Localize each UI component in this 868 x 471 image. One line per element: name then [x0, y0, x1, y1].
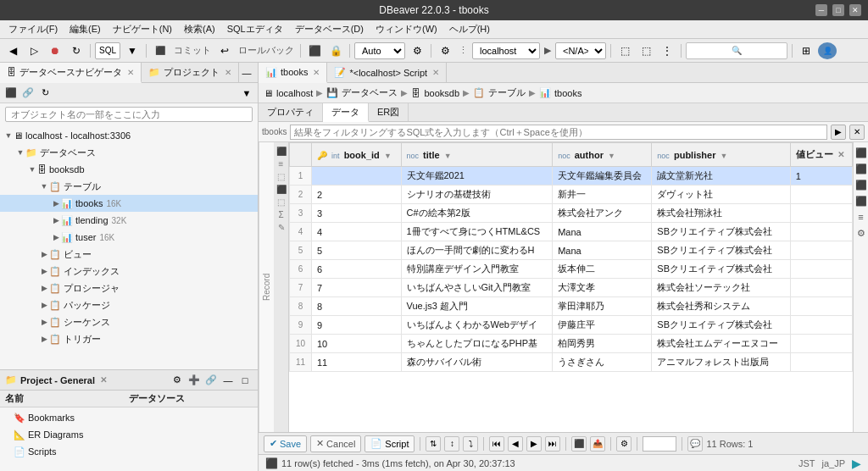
cell-author-5[interactable]: 坂本伸二 [553, 260, 652, 279]
col-publisher-filter[interactable]: ▼ [721, 152, 728, 160]
tool4-btn[interactable]: ⬚ [637, 42, 655, 59]
side-icon-4[interactable]: ⬛ [854, 194, 868, 208]
project-item-0[interactable]: 🔖Bookmarks [0, 409, 258, 426]
cell-publisher-6[interactable]: 株式会社ソーテック社 [652, 279, 790, 297]
tree-item-3[interactable]: ▼📋テーブル [0, 178, 258, 195]
localhost-dropdown[interactable]: localhost [472, 42, 540, 59]
tool1-button[interactable]: ⬛ [305, 42, 324, 59]
menu-search[interactable]: 検索(A) [179, 21, 220, 37]
cell-publisher-1[interactable]: ダヴィット社 [652, 186, 790, 204]
tab-script[interactable]: 📝 *<localhost> Script ✕ [327, 63, 447, 82]
limit-input[interactable]: 200 [643, 436, 676, 452]
menu-navigate[interactable]: ナビゲート(N) [108, 21, 177, 37]
cell-title-7[interactable]: Vue.js3 超入門 [401, 297, 553, 316]
sub-tab-properties[interactable]: プロパティ [259, 103, 323, 121]
cell-author-3[interactable]: Mana [553, 223, 652, 241]
cell-author-7[interactable]: 掌田津耶乃 [553, 297, 652, 316]
home-button[interactable]: ⏺ [46, 42, 64, 59]
refresh-nav-btn[interactable]: ↻ [37, 86, 53, 101]
tool5-btn[interactable]: ⋮ [658, 42, 676, 59]
cell-title-0[interactable]: 天文年鑑2021 [401, 167, 553, 186]
tab-tbooks[interactable]: 📊 tbooks ✕ [259, 63, 327, 83]
cell-title-1[interactable]: シナリオの基礎技術 [401, 186, 553, 204]
export-btn1[interactable]: ⬛ [571, 436, 587, 452]
collapse-all-btn[interactable]: ⬛ [3, 86, 19, 101]
script-tab-close[interactable]: ✕ [432, 68, 439, 77]
left-panel-min-btn[interactable]: — [239, 65, 254, 80]
cell-publisher-0[interactable]: 誠文堂新光社 [652, 167, 790, 186]
side-icon-2[interactable]: ⬛ [854, 162, 868, 175]
sql-dropdown[interactable]: ▼ [123, 42, 142, 59]
cell-title-4[interactable]: ほんの一手間で劇的に変わるH [401, 241, 553, 260]
cell-book_id-6[interactable]: 7 [312, 279, 402, 297]
tab-project-close[interactable]: ✕ [225, 68, 231, 77]
sort-btn1[interactable]: ⇅ [426, 436, 441, 452]
cell-value-7[interactable] [790, 297, 852, 316]
next-page-btn[interactable]: ▶ [526, 436, 542, 452]
col-header-author[interactable]: noc author ▼ [553, 143, 652, 167]
grid-icon-7[interactable]: ✎ [277, 222, 286, 233]
table-row-4[interactable]: 55ほんの一手間で劇的に変わるHManaSBクリエイティブ株式会社 [290, 241, 853, 260]
bc-localhost[interactable]: localhost [276, 88, 313, 98]
cell-value-2[interactable] [790, 204, 852, 223]
cell-author-8[interactable]: 伊藤庄平 [553, 316, 652, 335]
table-row-0[interactable]: 1天文年鑑2021天文年鑑編集委員会誠文堂新光社1 [290, 167, 853, 186]
cell-publisher-9[interactable]: 株式会社エムディーエヌコー [652, 335, 790, 353]
table-row-1[interactable]: 22シナリオの基礎技術新井一ダヴィット社 [290, 186, 853, 204]
comment-btn[interactable]: 💬 [687, 436, 703, 452]
grid-btn[interactable]: ⊞ [797, 42, 815, 59]
bc-table[interactable]: テーブル [488, 86, 526, 99]
menu-window[interactable]: ウィンドウ(W) [370, 21, 442, 37]
tree-item-4[interactable]: ▶📊tbooks16K [0, 195, 258, 212]
cell-book_id-9[interactable]: 10 [312, 335, 402, 353]
cell-publisher-2[interactable]: 株式会社翔泳社 [652, 204, 790, 223]
back-button[interactable]: ◀ [3, 42, 22, 59]
tree-item-5[interactable]: ▶📊tlending32K [0, 212, 258, 229]
cancel-button[interactable]: ✕ Cancel [310, 435, 361, 452]
cell-author-1[interactable]: 新井一 [553, 186, 652, 204]
profile-btn[interactable]: 👤 [818, 42, 837, 59]
cell-value-4[interactable] [790, 241, 852, 260]
tree-item-8[interactable]: ▶📋インデックス [0, 263, 258, 280]
rollback-button[interactable]: ↩ [215, 42, 234, 59]
table-row-8[interactable]: 99いちばんよくわかるWebデザイ伊藤庄平SBクリエイティブ株式会社 [290, 316, 853, 335]
cell-author-4[interactable]: Mana [553, 241, 652, 260]
auto-settings[interactable]: ⚙ [408, 42, 426, 59]
na-dropdown[interactable]: <N/A> [555, 42, 606, 59]
side-icon-5[interactable]: ≡ [854, 210, 868, 224]
cell-title-9[interactable]: ちゃんとしたプロになるPHP基 [401, 335, 553, 353]
cell-book_id-2[interactable]: 3 [312, 204, 402, 223]
tab-project[interactable]: 📁 プロジェクト ✕ [142, 63, 239, 82]
table-row-9[interactable]: 1010ちゃんとしたプロになるPHP基柏岡秀男株式会社エムディーエヌコー [290, 335, 853, 353]
grid-icon-2[interactable]: ≡ [278, 158, 285, 169]
bl-tool4[interactable]: — [220, 373, 236, 388]
search-toolbar-btn[interactable]: 🔍 [686, 42, 787, 59]
grid-icon-3[interactable]: ⬚ [276, 171, 286, 182]
sql-button[interactable]: SQL [95, 42, 120, 59]
tab-db-close[interactable]: ✕ [127, 68, 134, 77]
cell-title-6[interactable]: いちばんやさしいGit入門教室 [401, 279, 553, 297]
prev-page-btn[interactable]: ◀ [508, 436, 523, 452]
table-row-5[interactable]: 66特別講座デザイン入門教室坂本伸二SBクリエイティブ株式会社 [290, 260, 853, 279]
cell-value-0[interactable]: 1 [790, 167, 852, 186]
cell-book_id-8[interactable]: 9 [312, 316, 402, 335]
menu-sqleditor[interactable]: SQLエディタ [222, 21, 288, 37]
tree-item-2[interactable]: ▼🗄booksdb [0, 161, 258, 178]
side-icon-6[interactable]: ⚙ [854, 226, 868, 240]
bottom-close-btn[interactable]: ✕ [98, 375, 108, 385]
col-valueview-close[interactable]: ✕ [837, 150, 844, 159]
table-row-10[interactable]: 1111森のサバイバル術うさぎさんアニマルフォレスト出版局 [290, 353, 853, 372]
cell-publisher-7[interactable]: 株式会社秀和システム [652, 297, 790, 316]
cell-publisher-4[interactable]: SBクリエイティブ株式会社 [652, 241, 790, 260]
cell-value-5[interactable] [790, 260, 852, 279]
maximize-button[interactable]: □ [832, 4, 844, 16]
forward-button[interactable]: ▷ [25, 42, 43, 59]
sort-btn3[interactable]: ⤵ [463, 436, 478, 452]
cell-value-6[interactable] [790, 279, 852, 297]
col-header-title[interactable]: noc title ▼ [401, 143, 553, 167]
menu-database[interactable]: データベース(D) [290, 21, 369, 37]
save-button[interactable]: ✔ Save [264, 435, 307, 452]
bl-tool1[interactable]: ⚙ [170, 373, 185, 388]
tree-item-1[interactable]: ▼📁データベース [0, 144, 258, 161]
col-author-filter[interactable]: ▼ [608, 152, 615, 160]
